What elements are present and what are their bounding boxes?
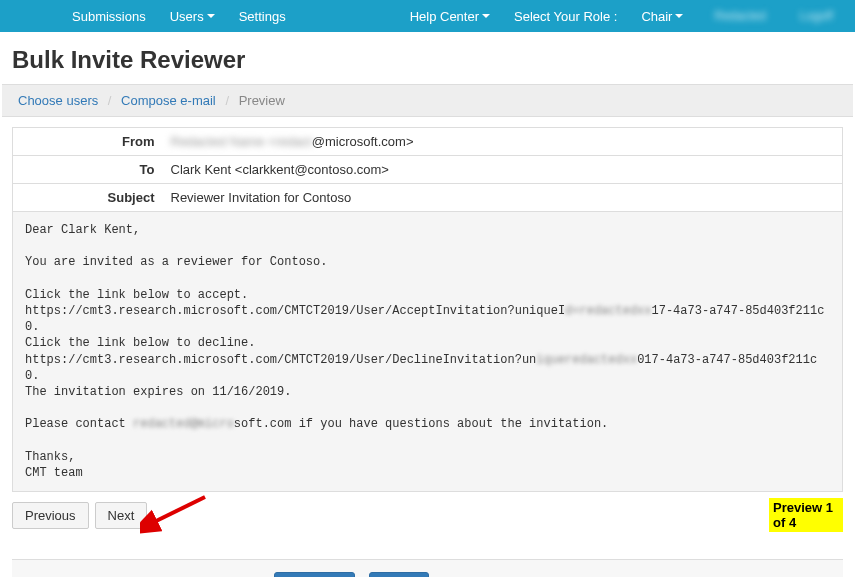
from-value: Redacted Name <redact@microsoft.com> [163, 128, 843, 156]
chevron-down-icon [482, 14, 490, 18]
body-line4a: https://cmt3.research.microsoft.com/CMTC… [25, 304, 565, 318]
nav-submissions[interactable]: Submissions [60, 9, 158, 24]
nav-settings[interactable]: Settings [227, 9, 298, 24]
chevron-down-icon [207, 14, 215, 18]
row-from: From Redacted Name <redact@microsoft.com… [13, 128, 843, 156]
footer-send-button[interactable]: Send [369, 572, 429, 577]
navbar-left: Submissions Users Settings Help Center S… [60, 9, 695, 24]
subject-label: Subject [13, 184, 163, 212]
from-label: From [13, 128, 163, 156]
nav-settings-label: Settings [239, 9, 286, 24]
nav-help-center[interactable]: Help Center [398, 9, 502, 24]
breadcrumb-sep: / [108, 93, 112, 108]
previous-button[interactable]: Previous [12, 502, 89, 529]
nav-select-role-label: Select Your Role : [514, 9, 617, 24]
nav-submissions-label: Submissions [72, 9, 146, 24]
breadcrumb-sep: / [225, 93, 229, 108]
to-value: Clark Kent <clarkkent@contoso.com> [163, 156, 843, 184]
header-table: From Redacted Name <redact@microsoft.com… [12, 127, 843, 212]
body-line2: You are invited as a reviewer for Contos… [25, 255, 327, 269]
top-navbar: Submissions Users Settings Help Center S… [0, 0, 855, 32]
body-line4-blur: d=redactedxx [565, 304, 651, 318]
row-to: To Clark Kent <clarkkent@contoso.com> [13, 156, 843, 184]
nav-select-role: Select Your Role : [502, 9, 629, 24]
breadcrumb-compose[interactable]: Compose e-mail [121, 93, 216, 108]
nav-users-label: Users [170, 9, 204, 24]
chevron-down-icon [675, 14, 683, 18]
from-blurred: Redacted Name <redact [171, 134, 312, 149]
body-line6-blur: iqueredactedxx [536, 353, 637, 367]
nav-logout-redacted[interactable]: Logoff [788, 9, 845, 23]
footer-bar: Cancel Previous Send [12, 559, 843, 577]
to-label: To [13, 156, 163, 184]
from-visible: @microsoft.com> [312, 134, 414, 149]
svg-line-0 [150, 497, 205, 524]
row-subject: Subject Reviewer Invitation for Contoso [13, 184, 843, 212]
footer-previous-button[interactable]: Previous [274, 572, 355, 577]
body-line7: The invitation expires on 11/16/2019. [25, 385, 291, 399]
nav-role-chair[interactable]: Chair [629, 9, 695, 24]
body-line3: Click the link below to accept. [25, 288, 248, 302]
body-line10: CMT team [25, 466, 83, 480]
breadcrumb-preview: Preview [239, 93, 285, 108]
page-title: Bulk Invite Reviewer [0, 32, 855, 84]
button-row: Previous Next Preview 1 of 4 [0, 492, 855, 539]
body-line8-blur: redacted@micro [133, 417, 234, 431]
breadcrumb-choose-users[interactable]: Choose users [18, 93, 98, 108]
nav-role-label: Chair [641, 9, 672, 24]
arrow-icon [140, 494, 210, 534]
body-line5: Click the link below to decline. [25, 336, 255, 350]
navbar-right: Redacted Logoff [702, 9, 845, 23]
body-line6a: https://cmt3.research.microsoft.com/CMTC… [25, 353, 536, 367]
nav-user-redacted[interactable]: Redacted [702, 9, 777, 23]
nav-help-label: Help Center [410, 9, 479, 24]
body-line8a: Please contact [25, 417, 133, 431]
subject-value: Reviewer Invitation for Contoso [163, 184, 843, 212]
body-line8b: soft.com if you have questions about the… [234, 417, 608, 431]
nav-users[interactable]: Users [158, 9, 227, 24]
preview-pagination: Preview 1 of 4 [769, 498, 843, 532]
body-line9: Thanks, [25, 450, 75, 464]
breadcrumb: Choose users / Compose e-mail / Preview [2, 84, 853, 117]
next-button[interactable]: Next [95, 502, 148, 529]
email-body: Dear Clark Kent, You are invited as a re… [12, 212, 843, 492]
arrow-annotation [140, 494, 210, 537]
body-greeting: Dear Clark Kent, [25, 223, 140, 237]
